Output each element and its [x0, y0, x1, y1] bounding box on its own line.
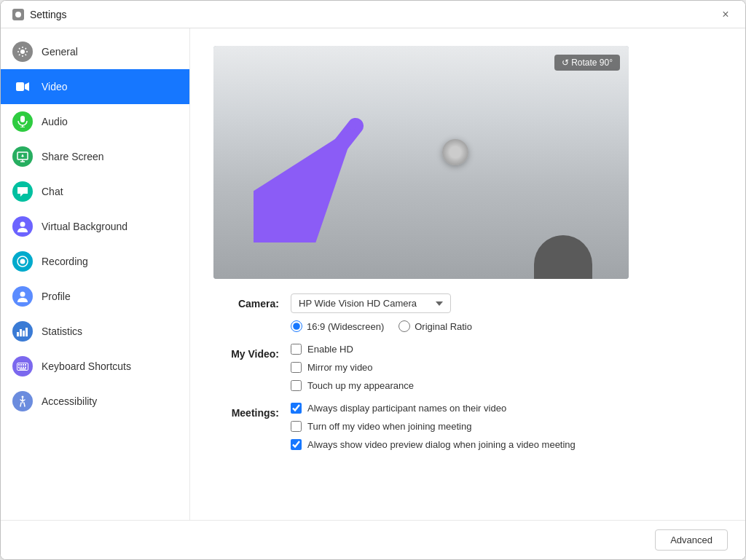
meeting-opt3-label[interactable]: Always show video preview dialog when jo…: [291, 439, 722, 450]
mirror-video-text: Mirror my video: [307, 362, 373, 373]
meeting-opt1-checkbox[interactable]: [291, 403, 302, 414]
ratio-widescreen-label[interactable]: 16:9 (Widescreen): [291, 320, 384, 332]
myvideo-label: My Video:: [213, 344, 279, 360]
sharescreen-icon: [12, 146, 33, 167]
svg-point-0: [15, 12, 21, 17]
ratio-original-label[interactable]: Original Ratio: [398, 320, 472, 332]
sidebar-label-accessibility: Accessibility: [42, 395, 97, 407]
sidebar-item-profile[interactable]: Profile: [1, 279, 189, 314]
ratio-original-radio[interactable]: [398, 320, 410, 332]
sidebar-label-recording: Recording: [42, 256, 88, 267]
rotate-button[interactable]: ↺ Rotate 90°: [554, 55, 620, 71]
svg-rect-28: [20, 368, 26, 370]
enable-hd-text: Enable HD: [307, 344, 353, 355]
camera-label: Camera:: [213, 293, 279, 309]
mirror-video-checkbox[interactable]: [291, 362, 302, 373]
svg-rect-21: [20, 364, 22, 366]
svg-rect-16: [20, 329, 22, 336]
video-preview: ↺ Rotate 90°: [213, 46, 629, 279]
sidebar-label-keyboard: Keyboard Shortcuts: [42, 360, 131, 372]
svg-rect-20: [18, 364, 20, 366]
advanced-button[interactable]: Advanced: [655, 529, 728, 551]
sidebar-label-chat: Chat: [42, 186, 63, 197]
app-icon: [12, 9, 24, 20]
meeting-opt2-label[interactable]: Turn off my video when joining meeting: [291, 421, 722, 432]
meetings-label: Meetings:: [213, 403, 279, 419]
sidebar-label-vbg: Virtual Background: [42, 221, 127, 232]
svg-rect-17: [23, 331, 25, 336]
keyboard-icon: [12, 356, 33, 376]
svg-point-13: [20, 259, 25, 264]
touchup-label[interactable]: Touch up my appearance: [291, 380, 722, 391]
sidebar-item-keyboard[interactable]: Keyboard Shortcuts: [1, 349, 189, 384]
svg-rect-15: [17, 332, 19, 336]
svg-rect-18: [25, 328, 28, 336]
recording-icon: [12, 251, 33, 272]
sidebar-item-accessibility[interactable]: Accessibility: [1, 384, 189, 419]
sidebar-label-general: General: [42, 46, 78, 58]
svg-rect-23: [25, 364, 26, 366]
sidebar-item-audio[interactable]: Audio: [1, 104, 189, 139]
svg-rect-24: [18, 366, 20, 368]
svg-marker-3: [25, 82, 29, 91]
ratio-widescreen-text: 16:9 (Widescreen): [307, 321, 384, 332]
myvideo-controls: Enable HD Mirror my video Touch up my ap…: [291, 344, 722, 391]
touchup-text: Touch up my appearance: [307, 380, 414, 391]
ceiling-light: [442, 139, 468, 165]
svg-point-1: [20, 50, 25, 54]
sidebar-item-recording[interactable]: Recording: [1, 244, 189, 279]
settings-window: Settings × General: [0, 0, 746, 560]
camera-select[interactable]: HP Wide Vision HD Camera Default Camera …: [291, 293, 451, 313]
sidebar-label-video: Video: [42, 81, 68, 92]
main-panel: ↺ Rotate 90° Camera: HP Wide Vision HD C…: [190, 28, 745, 520]
bottom-bar: Advanced: [1, 520, 745, 559]
svg-rect-22: [23, 364, 24, 366]
myvideo-row: My Video: Enable HD Mirror my video Touc…: [213, 344, 722, 391]
meetings-controls: Always display participant names on thei…: [291, 403, 722, 450]
titlebar-left: Settings: [12, 9, 67, 20]
aspect-ratio-group: 16:9 (Widescreen) Original Ratio: [291, 320, 722, 332]
svg-rect-26: [23, 366, 24, 368]
video-icon: [12, 76, 33, 97]
svg-rect-4: [20, 116, 25, 122]
meeting-opt1-label[interactable]: Always display participant names on thei…: [291, 403, 722, 414]
meeting-opt3-checkbox[interactable]: [291, 439, 302, 450]
sidebar-item-video[interactable]: Video: [1, 69, 189, 104]
camera-row: Camera: HP Wide Vision HD Camera Default…: [213, 293, 722, 332]
ratio-widescreen-radio[interactable]: [291, 320, 302, 332]
enable-hd-checkbox[interactable]: [291, 344, 302, 355]
sidebar-item-vbg[interactable]: Virtual Background: [1, 209, 189, 244]
sidebar: General Video: [1, 28, 190, 520]
camera-controls: HP Wide Vision HD Camera Default Camera …: [291, 293, 722, 332]
accessibility-icon: [12, 391, 33, 411]
meetings-row: Meetings: Always display participant nam…: [213, 403, 722, 450]
sidebar-item-chat[interactable]: Chat: [1, 174, 189, 209]
profile-icon: [12, 286, 33, 307]
sidebar-label-sharescreen: Share Screen: [42, 151, 104, 162]
content-area: General Video: [1, 28, 745, 520]
ratio-original-text: Original Ratio: [415, 321, 472, 332]
svg-rect-25: [20, 366, 22, 368]
sidebar-label-profile: Profile: [42, 291, 71, 302]
sidebar-item-sharescreen[interactable]: Share Screen: [1, 139, 189, 174]
sidebar-label-audio: Audio: [42, 116, 68, 127]
sidebar-label-statistics: Statistics: [42, 326, 82, 337]
touchup-checkbox[interactable]: [291, 380, 302, 391]
window-title: Settings: [30, 9, 67, 20]
svg-point-29: [22, 396, 24, 398]
titlebar: Settings ×: [1, 1, 745, 28]
svg-rect-27: [25, 366, 26, 368]
enable-hd-label[interactable]: Enable HD: [291, 344, 722, 355]
svg-rect-2: [16, 82, 24, 91]
statistics-icon: [12, 321, 33, 342]
meeting-opt2-text: Turn off my video when joining meeting: [307, 421, 471, 432]
meeting-opt2-checkbox[interactable]: [291, 421, 302, 432]
close-button[interactable]: ×: [718, 7, 734, 23]
mirror-video-label[interactable]: Mirror my video: [291, 362, 722, 373]
audio-icon: [12, 111, 33, 132]
general-icon: [12, 42, 33, 62]
sidebar-item-general[interactable]: General: [1, 34, 189, 69]
meeting-opt3-text: Always show video preview dialog when jo…: [307, 439, 576, 450]
sidebar-item-statistics[interactable]: Statistics: [1, 314, 189, 349]
chat-icon: [12, 181, 33, 202]
